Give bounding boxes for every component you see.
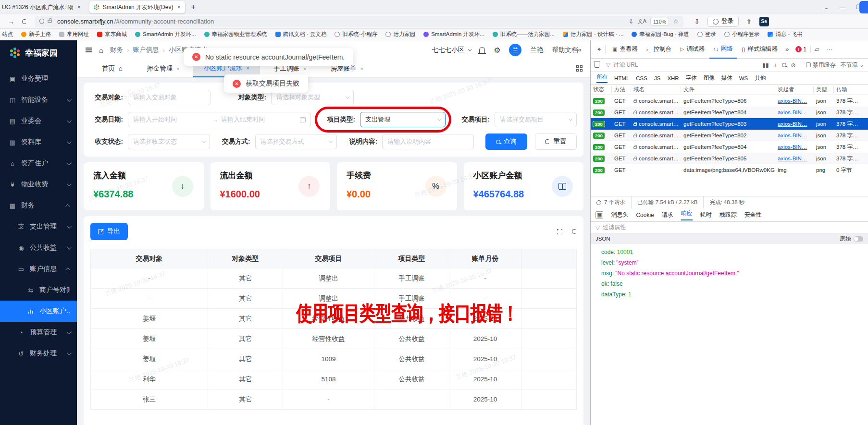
sidebar-item-finance-process[interactable]: ↺财务处理	[0, 343, 77, 364]
bookmark-item[interactable]: 消息 - 飞书	[768, 31, 802, 38]
inout-state-select[interactable]: 请选择收支状态	[128, 134, 210, 149]
type-filter[interactable]: WS	[739, 75, 748, 81]
save-page-icon[interactable]: ⇩	[629, 18, 634, 25]
sidebar-item-community-account[interactable]: 小区账户...	[0, 301, 77, 322]
sidebar-item-business[interactable]: ▣业务受理	[0, 68, 77, 89]
type-filter[interactable]: 字体	[686, 74, 697, 82]
sidebar-item-expense[interactable]: 支支出管理	[0, 216, 77, 237]
panel-dock-icon[interactable]: ▣	[595, 211, 603, 219]
sidebar-item-finance[interactable]: ▦财务	[0, 195, 77, 216]
network-request-row[interactable]: 200GETdata:image/png;base64,iVBORw0KGimg…	[591, 164, 868, 176]
type-filter[interactable]: 媒体	[721, 74, 732, 82]
raw-toggle[interactable]	[854, 236, 863, 242]
table-row[interactable]: 姜堰其它经营性收益公共收益2025-10	[91, 329, 576, 349]
more-tabs-chevrons[interactable]: »	[782, 46, 792, 53]
note-input[interactable]: 请输入说明内容	[382, 134, 473, 149]
sidebar-item-committee[interactable]: ▤业委会	[0, 110, 77, 132]
pick-element-icon[interactable]: ⌖	[594, 45, 606, 53]
close-icon[interactable]: ×	[303, 66, 306, 72]
trade-item-select[interactable]: 请选择交易项目	[495, 112, 577, 127]
table-row[interactable]: 张三其它-2025-10	[91, 389, 576, 410]
detail-tab-stacktrace[interactable]: 栈跟踪	[719, 211, 737, 219]
translate-icon[interactable]: 文A	[638, 18, 646, 25]
downloads-icon[interactable]: ⇩	[694, 18, 700, 25]
json-line[interactable]: ok: false	[601, 279, 868, 289]
bookmark-item[interactable]: 活力家园 - 设计稿 - ...	[563, 31, 624, 38]
json-section-bar[interactable]: JSON 原始	[591, 233, 868, 244]
bookmark-item[interactable]: 新手上路	[21, 31, 51, 38]
network-request-row[interactable]: 200GETconsole.smart…getFeeItem?feeType=8…	[591, 107, 868, 118]
bookmark-item[interactable]: 常用网址	[59, 31, 89, 38]
export-button[interactable]: 导出	[90, 223, 128, 240]
item-type-select[interactable]: 支出管理	[360, 112, 446, 127]
network-request-row[interactable]: 200GETconsole.smart…getFeeItem?feeType=8…	[591, 95, 868, 107]
tab-list-chevron-icon[interactable]: ⌄	[824, 4, 829, 11]
shield-icon[interactable]	[39, 19, 44, 24]
selenium-extension-icon[interactable]: Se	[759, 17, 769, 26]
reload-button[interactable]	[22, 18, 27, 25]
trade-method-select[interactable]: 请选择交易方式	[255, 134, 337, 149]
bookmark-item[interactable]: 幸福家园-Bug - 禅道	[632, 31, 689, 38]
close-tab-icon[interactable]: ×	[177, 4, 180, 11]
browser-tab-bug[interactable]: UG #1326 小区账户流水: 物 ×	[0, 1, 86, 13]
type-filter[interactable]: 所有	[596, 73, 608, 83]
network-request-row[interactable]: 200GETconsole.smart…getFeeItem?feeType=8…	[591, 141, 868, 153]
disable-cache-checkbox[interactable]: 禁用缓存	[801, 61, 836, 69]
sidebar-item-public-income[interactable]: ◉公共收益	[0, 237, 77, 258]
network-request-row-selected[interactable]: 200GETconsole.smart…getFeeItem?feeType=8…	[591, 118, 868, 130]
close-icon[interactable]: ×	[360, 66, 363, 72]
bookmark-item[interactable]: 登录	[697, 31, 716, 38]
type-filter[interactable]: XHR	[667, 75, 679, 81]
bookmark-star-icon[interactable]: ☆	[673, 18, 679, 25]
bookmark-item[interactable]: 旧系统——活力家园...	[493, 31, 555, 38]
trade-target-input[interactable]: 请输入交易对象	[128, 90, 211, 105]
forward-button[interactable]: →	[8, 18, 14, 25]
bookmark-item[interactable]: 京东商城	[97, 31, 127, 38]
refresh-icon[interactable]	[572, 229, 577, 234]
bookmark-item[interactable]: 站点	[2, 31, 13, 38]
network-request-row[interactable]: 200GETconsole.smart…getFeeItem?feeType=8…	[591, 153, 868, 164]
pause-icon[interactable]: ▮▮	[762, 62, 769, 69]
sidebar-item-devices[interactable]: ◫智能设备	[0, 89, 77, 110]
detail-tab-cookie[interactable]: Cookie	[636, 212, 654, 219]
tab-home[interactable]: 首页⌂	[91, 60, 133, 77]
devtools-tab-debugger[interactable]: ▷调试器	[676, 40, 708, 59]
close-tab-icon[interactable]: ×	[77, 4, 81, 11]
share-icon[interactable]: ⇧	[746, 18, 752, 25]
error-count-badge[interactable]: !1	[793, 46, 809, 53]
detail-tab-security[interactable]: 安全性	[744, 211, 762, 219]
new-tab-button[interactable]: +	[191, 3, 195, 12]
devtools-tab-console[interactable]: ›_控制台	[643, 40, 675, 59]
devtools-tab-style-editor[interactable]: {}样式编辑器	[738, 40, 781, 59]
lock-icon[interactable]	[48, 20, 51, 23]
type-filter[interactable]: CSS	[636, 75, 647, 81]
trade-date-range-input[interactable]: 请输入开始时间 → 请输入结束时间	[128, 112, 311, 127]
close-icon[interactable]: ×	[247, 65, 249, 71]
bookmark-item[interactable]: 腾讯文档 - 云文档	[275, 31, 327, 38]
gear-icon[interactable]: ⚙	[494, 46, 500, 55]
search-button[interactable]: 查询	[485, 134, 527, 150]
table-row[interactable]: 姜堰其它1009公共收益2025-10	[91, 349, 576, 369]
minimize-button[interactable]: —	[839, 4, 845, 11]
bookmark-item[interactable]: 小程序登录	[724, 31, 760, 38]
url-bar[interactable]: console.smartxfjy.cn/#/community-account…	[35, 16, 683, 27]
sidebar-item-property-fee[interactable]: ¥物业收费	[0, 174, 77, 195]
table-row[interactable]: 利华其它5108公共收益2025-10	[91, 369, 576, 389]
clear-requests-icon[interactable]	[595, 62, 599, 68]
sidebar-item-account-info[interactable]: ▭账户信息	[0, 258, 77, 279]
account-login-button[interactable]: 登录	[707, 16, 739, 27]
detail-tab-headers[interactable]: 消息头	[611, 211, 628, 219]
type-filter[interactable]: 图像	[704, 74, 715, 82]
close-icon[interactable]: ×	[176, 66, 179, 72]
bookmark-item[interactable]: 活力家园	[385, 31, 415, 38]
detail-tab-timings[interactable]: 耗时	[700, 211, 712, 219]
throttle-select[interactable]: 不节流 ⌄	[841, 61, 864, 69]
json-line[interactable]: level: "system"	[601, 257, 868, 268]
help-docs-link[interactable]: 帮助文档«	[552, 46, 582, 54]
browser-tab-smartadmin[interactable]: SmartAdmin 开发环境(Dev) ×	[89, 1, 186, 13]
zoom-level-badge[interactable]: 110%	[650, 18, 669, 25]
filter-properties-input[interactable]: ▽过滤属性	[591, 222, 868, 233]
bookmark-item[interactable]: 幸福家园物业管理系统	[204, 31, 267, 38]
sidebar-item-merchant-reconcile[interactable]: ⇆商户号对账	[0, 279, 77, 301]
table-row[interactable]: -其它调整出手工调账-	[91, 268, 576, 289]
